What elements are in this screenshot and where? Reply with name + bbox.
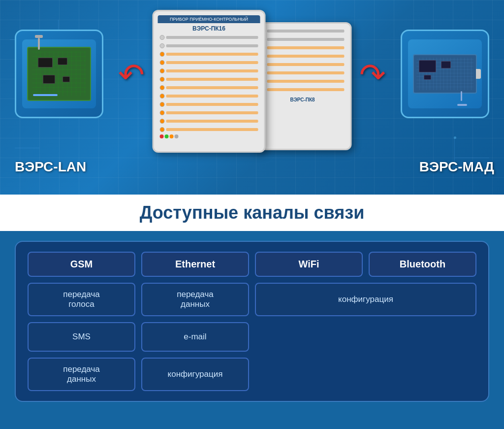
channel-header-wifi: WiFi: [255, 252, 363, 277]
channel-card: GSM Ethernet WiFi Bluetooth передачаголо…: [15, 241, 489, 402]
left-arrow: ↶: [118, 59, 145, 91]
gsm-item-3: передачаданных: [28, 358, 135, 391]
wifi-bluetooth-item-1: конфигурация: [255, 283, 476, 316]
panel2-title: ВЭРС-ПК8: [290, 97, 315, 102]
panel1-header: ПРИБОР ПРИЁМНО-КОНТРОЛЬНЫЙ: [158, 15, 260, 23]
lan-pcb: [27, 47, 91, 101]
channel-header-ethernet: Ethernet: [141, 252, 249, 277]
bluetooth-empty-1: [369, 322, 476, 352]
left-device-box: [15, 30, 103, 118]
right-arrow: ↷: [359, 59, 386, 91]
wifi-empty-1: [255, 322, 363, 352]
gsm-item-2: SMS: [28, 322, 135, 352]
mad-pcb: [413, 54, 477, 94]
antenna-icon: [38, 38, 40, 50]
right-device-box: [401, 30, 489, 118]
top-section: ↶ ПРИБОР ПРИЁМНО-КОНТРОЛЬНЫЙ ВЭРС-ПК16: [0, 0, 504, 195]
bluetooth-empty-2: [369, 358, 476, 391]
control-panels: ПРИБОР ПРИЁМНО-КОНТРОЛЬНЫЙ ВЭРС-ПК16: [153, 10, 352, 153]
control-panel-1: ПРИБОР ПРИЁМНО-КОНТРОЛЬНЫЙ ВЭРС-ПК16: [153, 10, 266, 153]
panel1-title: ВЭРС-ПК16: [192, 25, 225, 32]
gsm-item-1: передачаголоса: [28, 283, 135, 316]
main-layout: ↶ ПРИБОР ПРИЁМНО-КОНТРОЛЬНЫЙ ВЭРС-ПК16: [0, 0, 504, 429]
mad-device-box: [401, 30, 489, 118]
control-panel-2: ВЭРС-ПК8: [253, 22, 352, 150]
wifi-empty-2: [255, 358, 363, 391]
lan-device-box: [15, 30, 103, 118]
ethernet-item-1: передачаданных: [141, 283, 249, 316]
left-device-label: ВЭРС-LAN: [15, 159, 86, 175]
channel-header-gsm: GSM: [28, 252, 135, 277]
ethernet-item-2: e-mail: [141, 322, 249, 352]
ethernet-item-3: конфигурация: [141, 358, 249, 391]
channel-header-bluetooth: Bluetooth: [369, 252, 476, 277]
right-device-label: ВЭРС-МАД: [419, 159, 494, 175]
title-section: Доступные каналы связи: [0, 195, 504, 231]
connector-icon: [476, 69, 481, 79]
bottom-section: GSM Ethernet WiFi Bluetooth передачаголо…: [0, 231, 504, 429]
section-title: Доступные каналы связи: [140, 202, 365, 223]
